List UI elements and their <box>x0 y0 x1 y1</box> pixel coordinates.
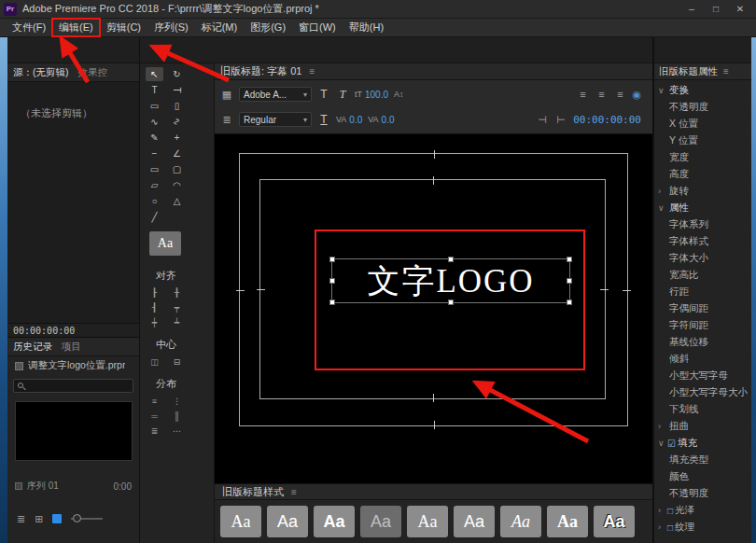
search-input[interactable] <box>13 379 133 393</box>
panel-tab[interactable]: 效果控 <box>78 66 108 79</box>
kerning-value[interactable]: 0.0 <box>349 115 362 125</box>
property-row[interactable]: 下划线 <box>654 401 751 418</box>
menu-item[interactable]: 文件(F) <box>6 19 52 36</box>
menu-item[interactable]: 窗口(W) <box>292 19 343 36</box>
title-text-selection[interactable]: 文字LOGO <box>331 258 570 303</box>
property-row[interactable]: 宽高比 <box>654 267 751 284</box>
disclosure-icon[interactable]: ∨ <box>658 86 667 95</box>
distribute-vertical-bottom-icon[interactable]: ⋯ <box>168 425 186 437</box>
freeform-view-icon[interactable] <box>52 514 62 523</box>
align-vertical-top-icon[interactable]: ┯ <box>168 301 186 313</box>
panel-menu-icon[interactable]: ≡ <box>723 66 729 77</box>
style-grid-icon[interactable]: ▦ <box>220 89 233 101</box>
style-swatch[interactable]: Aa <box>594 506 635 537</box>
property-row[interactable]: 字体大小 <box>654 250 751 267</box>
disclosure-icon[interactable]: › <box>658 422 667 431</box>
vertical-type-tool-icon[interactable]: T <box>170 81 184 99</box>
pen-tool-icon[interactable]: ✎ <box>146 131 163 145</box>
rectangle-tool-icon[interactable]: ▭ <box>146 162 163 176</box>
maximize-button[interactable]: □ <box>704 4 728 14</box>
title-timecode[interactable]: 00:00:00:00 <box>573 114 641 126</box>
align-horizontal-right-icon[interactable]: ┨ <box>146 301 163 313</box>
selection-handle[interactable] <box>448 257 454 262</box>
style-swatch[interactable]: Aa <box>454 506 495 537</box>
property-row[interactable]: › □ 纹理 <box>654 519 751 536</box>
selection-handle[interactable] <box>329 257 335 262</box>
panel-menu-icon[interactable]: ≡ <box>309 66 315 77</box>
distribute-horizontal-right-icon[interactable]: ═ <box>146 410 163 422</box>
property-row[interactable]: 宽度 <box>654 149 751 166</box>
property-row[interactable]: X 位置 <box>654 116 751 132</box>
distribute-vertical-middle-icon[interactable]: ≣ <box>146 425 163 437</box>
property-row[interactable]: 字符间距 <box>654 317 751 334</box>
property-row[interactable]: 字偶间距 <box>654 300 751 317</box>
type-tool-icon[interactable]: T <box>146 83 163 97</box>
vertical-path-type-tool-icon[interactable]: ∿ <box>170 113 184 131</box>
panel-tab[interactable]: 源：(无剪辑) <box>13 66 69 79</box>
title-text[interactable]: 文字LOGO <box>367 265 534 298</box>
align-vertical-bottom-icon[interactable]: ┷ <box>168 316 186 328</box>
tab-stop-right-icon[interactable]: ⊢ <box>554 114 567 126</box>
path-type-tool-icon[interactable]: ∿ <box>146 115 163 129</box>
panel-tab[interactable]: 历史记录 <box>13 341 52 354</box>
property-row[interactable]: 字体样式 <box>654 233 751 250</box>
style-swatch[interactable]: Aa <box>360 506 401 537</box>
show-background-video-icon[interactable]: ◉ <box>632 89 641 101</box>
property-row[interactable]: 字体系列 <box>654 216 751 233</box>
distribute-vertical-top-icon[interactable]: ║ <box>168 410 186 422</box>
distribute-horizontal-center-icon[interactable]: ⋮ <box>168 395 186 407</box>
style-list-icon[interactable]: ≣ <box>220 114 233 126</box>
disclosure-icon[interactable]: ∨ <box>658 439 667 448</box>
panel-menu-icon[interactable]: ≡ <box>291 487 297 497</box>
rounded-rectangle-tool-icon[interactable]: ▢ <box>168 162 186 176</box>
menu-item[interactable]: 帮助(H) <box>343 19 390 36</box>
menu-item[interactable]: 编辑(E) <box>52 19 100 36</box>
leading-icon[interactable]: A↕ <box>394 90 404 99</box>
style-swatch[interactable]: Aa <box>500 506 541 537</box>
align-right-icon[interactable]: ≡ <box>613 89 626 100</box>
selection-handle[interactable] <box>329 278 335 284</box>
style-swatch[interactable]: Aa <box>407 506 448 537</box>
property-row[interactable]: › □ 光泽 <box>654 502 751 519</box>
style-swatch[interactable]: Aa <box>547 506 588 537</box>
menu-item[interactable]: 图形(G) <box>244 19 292 36</box>
property-row[interactable]: › 旋转 <box>654 183 751 200</box>
icon-view-icon[interactable]: ⊞ <box>35 513 43 525</box>
selection-handle[interactable] <box>567 299 572 305</box>
minimize-button[interactable]: – <box>679 4 704 14</box>
list-view-icon[interactable]: ≣ <box>17 513 25 525</box>
selection-handle[interactable] <box>329 299 335 305</box>
convert-anchor-tool-icon[interactable]: ∠ <box>168 146 186 160</box>
property-row[interactable]: ∨ 变换 <box>654 82 751 99</box>
style-swatch[interactable]: Aa <box>314 506 355 537</box>
current-style-swatch[interactable]: Aa <box>149 231 181 256</box>
source-timecode[interactable]: 00:00:00:00 <box>13 326 75 336</box>
selection-handle[interactable] <box>448 299 454 305</box>
property-row[interactable]: 基线位移 <box>654 334 751 351</box>
line-tool-icon[interactable]: ╱ <box>146 210 163 224</box>
menu-item[interactable]: 标记(M) <box>195 19 245 36</box>
panel-tab[interactable]: 项目 <box>62 341 81 354</box>
delete-anchor-tool-icon[interactable]: − <box>146 146 163 160</box>
property-row[interactable]: › 扭曲 <box>654 418 751 435</box>
disclosure-icon[interactable]: ∨ <box>658 203 667 213</box>
align-center-icon[interactable]: ≡ <box>595 89 608 100</box>
tracking-value[interactable]: 0.0 <box>382 115 395 125</box>
checkbox-icon[interactable]: □ <box>667 522 673 533</box>
font-family-select[interactable]: Adobe A... ▾ <box>239 87 312 102</box>
property-row[interactable]: ∨ ☑ 填充 <box>654 435 751 452</box>
align-vertical-middle-icon[interactable]: ┿ <box>146 316 163 328</box>
property-row[interactable]: ∨ 属性 <box>654 200 751 216</box>
selection-handle[interactable] <box>567 257 572 262</box>
menu-item[interactable]: 剪辑(C) <box>100 19 147 36</box>
zoom-slider-knob[interactable] <box>73 514 81 522</box>
area-type-tool-icon[interactable]: ▭ <box>146 99 163 113</box>
disclosure-icon[interactable]: › <box>658 187 667 196</box>
style-swatch[interactable]: Aa <box>220 506 261 537</box>
checkbox-icon[interactable]: ☑ <box>667 439 676 449</box>
property-row[interactable]: 小型大写字母大小 <box>654 384 751 401</box>
selection-handle[interactable] <box>567 278 572 284</box>
add-anchor-tool-icon[interactable]: + <box>168 131 186 145</box>
close-button[interactable]: ✕ <box>728 4 752 14</box>
history-item-row[interactable]: 调整文字logo位置.prpr <box>7 356 139 375</box>
